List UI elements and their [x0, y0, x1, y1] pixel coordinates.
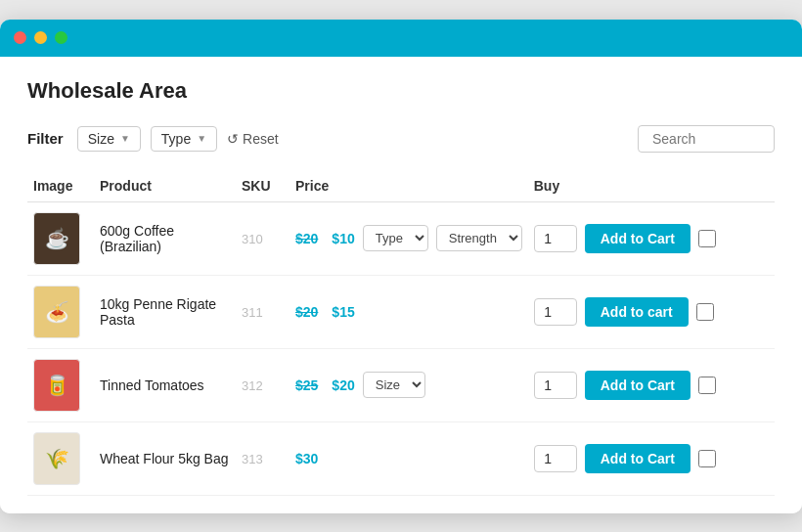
price-sale-2: $15 [332, 304, 354, 320]
table-header-row: Image Product SKU Price Buy [27, 170, 775, 202]
add-to-cart-button-3[interactable]: Add to Cart [585, 371, 691, 400]
table-row: 🌾Wheat Flour 5kg Bag313$30Add to Cart [27, 421, 775, 495]
product-image-cell-2: 🍝 [27, 275, 94, 348]
product-sku-2: 311 [242, 305, 263, 320]
reset-button[interactable]: ↺ Reset [227, 131, 279, 147]
add-to-cart-button-1[interactable]: Add to Cart [585, 224, 691, 253]
product-image-cell-3: 🥫 [27, 348, 94, 421]
product-sku-3: 312 [242, 378, 263, 393]
price-wrap-2: $20$15 [295, 304, 522, 320]
filter-label: Filter [27, 130, 64, 147]
page-title: Wholesale Area [27, 78, 775, 104]
product-name-cell-2: 10kg Penne Rigate Pasta [94, 275, 236, 348]
close-dot[interactable] [14, 31, 26, 44]
product-image-2: 🍝 [33, 286, 80, 338]
price-sale-1: $10 [332, 231, 354, 246]
product-buy-cell-3: Add to Cart [528, 348, 775, 421]
product-sku-cell-1: 310 [236, 201, 290, 275]
product-price-cell-2: $20$15 [290, 275, 528, 348]
buy-wrap-3: Add to Cart [534, 371, 769, 400]
product-name-2: 10kg Penne Rigate Pasta [100, 296, 216, 328]
price-original-2: $20 [295, 304, 318, 320]
product-name-cell-1: 600g Coffee (Brazilian) [94, 201, 236, 275]
row-checkbox-4[interactable] [698, 450, 716, 467]
type-filter-label: Type [161, 131, 191, 147]
row-checkbox-1[interactable] [698, 230, 716, 247]
table-row: ☕600g Coffee (Brazilian)310$20$10TypeStr… [27, 201, 775, 275]
maximize-dot[interactable] [55, 31, 67, 44]
size-select-3[interactable]: Size [363, 372, 425, 398]
price-original-1: $20 [295, 231, 318, 246]
qty-input-4[interactable] [534, 445, 577, 472]
buy-wrap-1: Add to Cart [534, 224, 769, 253]
type-select-1[interactable]: Type [363, 225, 428, 251]
price-wrap-4: $30 [295, 451, 522, 466]
price-original-3: $25 [295, 377, 318, 393]
qty-input-2[interactable] [534, 298, 577, 326]
reset-label: Reset [243, 131, 279, 147]
col-header-image: Image [27, 170, 94, 202]
size-filter[interactable]: Size ▼ [77, 126, 141, 152]
price-sale-3: $20 [332, 377, 354, 393]
price-wrap-3: $25$20Size [295, 372, 522, 398]
product-image-4: 🌾 [33, 432, 80, 485]
product-name-4: Wheat Flour 5kg Bag [100, 451, 229, 466]
add-to-cart-button-2[interactable]: Add to cart [585, 297, 689, 327]
product-sku-cell-2: 311 [236, 275, 290, 348]
product-buy-cell-1: Add to Cart [528, 201, 775, 275]
col-header-buy: Buy [528, 170, 775, 202]
product-image-1: ☕ [33, 212, 80, 265]
search-input[interactable] [638, 125, 775, 153]
qty-input-1[interactable] [534, 225, 577, 252]
products-table: Image Product SKU Price Buy ☕600g Coffee… [27, 170, 775, 496]
product-image-3: 🥫 [33, 359, 80, 412]
product-buy-cell-4: Add to Cart [528, 421, 775, 495]
product-image-cell-1: ☕ [27, 201, 94, 275]
product-name-3: Tinned Tomatoes [100, 377, 204, 393]
strength-select-1[interactable]: Strength [436, 225, 522, 251]
product-sku-cell-3: 312 [236, 348, 290, 421]
table-row: 🍝10kg Penne Rigate Pasta311$20$15Add to … [27, 275, 775, 348]
row-checkbox-3[interactable] [698, 377, 716, 394]
product-sku-1: 310 [242, 232, 263, 246]
type-chevron-icon: ▼ [197, 133, 206, 144]
product-name-cell-4: Wheat Flour 5kg Bag [94, 421, 236, 495]
qty-input-3[interactable] [534, 372, 577, 399]
type-filter[interactable]: Type ▼ [151, 126, 217, 152]
main-window: Wholesale Area Filter Size ▼ Type ▼ ↺ Re… [0, 20, 802, 513]
product-sku-cell-4: 313 [236, 421, 290, 495]
add-to-cart-button-4[interactable]: Add to Cart [585, 444, 691, 473]
filter-bar: Filter Size ▼ Type ▼ ↺ Reset [27, 125, 775, 153]
product-image-cell-4: 🌾 [27, 421, 94, 495]
product-sku-4: 313 [242, 452, 263, 466]
size-filter-label: Size [88, 131, 114, 147]
col-header-sku: SKU [236, 170, 290, 202]
price-only-4: $30 [295, 451, 318, 466]
minimize-dot[interactable] [34, 31, 47, 44]
page-content: Wholesale Area Filter Size ▼ Type ▼ ↺ Re… [0, 57, 802, 513]
col-header-price: Price [290, 170, 528, 202]
titlebar [0, 20, 802, 57]
product-price-cell-3: $25$20Size [290, 348, 528, 421]
table-row: 🥫Tinned Tomatoes312$25$20SizeAdd to Cart [27, 348, 775, 421]
product-buy-cell-2: Add to cart [528, 275, 775, 348]
product-price-cell-4: $30 [290, 421, 528, 495]
buy-wrap-2: Add to cart [534, 297, 769, 327]
reset-icon: ↺ [227, 131, 239, 147]
row-checkbox-2[interactable] [696, 303, 714, 321]
product-name-1: 600g Coffee (Brazilian) [100, 223, 174, 254]
product-price-cell-1: $20$10TypeStrength [290, 201, 528, 275]
size-chevron-icon: ▼ [120, 133, 130, 144]
col-header-product: Product [94, 170, 236, 202]
price-wrap-1: $20$10TypeStrength [295, 225, 522, 251]
buy-wrap-4: Add to Cart [534, 444, 769, 473]
product-name-cell-3: Tinned Tomatoes [94, 348, 236, 421]
